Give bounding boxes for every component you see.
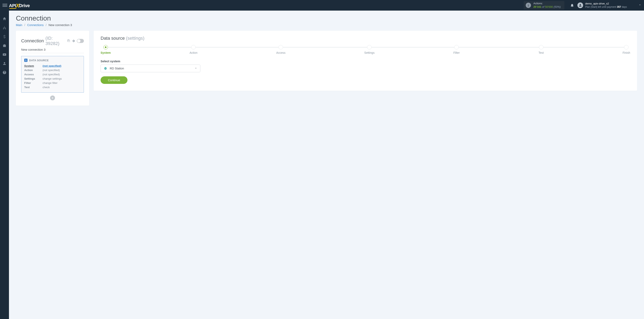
page-title: Connection [16, 14, 637, 22]
youtube-icon [2, 52, 6, 56]
sidebar-account[interactable] [2, 61, 7, 66]
actions-total: 50'000 [545, 5, 553, 8]
step-filter[interactable]: Filter [454, 45, 460, 54]
username: demo_apix-drive_s2 [585, 2, 627, 6]
add-block-button[interactable]: + [50, 96, 55, 100]
ds-row-settings[interactable]: Settings change settings [24, 77, 81, 81]
actions-pct: (50%) [554, 5, 561, 8]
select-system-label: Select system [100, 60, 630, 63]
continue-button[interactable]: Continue [100, 76, 128, 84]
data-source-badge: 1 [24, 59, 28, 62]
connection-name: New connection 3 [21, 48, 84, 53]
breadcrumb-main[interactable]: Main [16, 24, 22, 27]
ds-row-access[interactable]: Access (not specified) [24, 72, 81, 77]
right-subtitle: (settings) [126, 36, 144, 41]
dollar-icon [2, 34, 6, 39]
sidebar-connections[interactable] [2, 25, 7, 30]
svg-rect-1 [105, 67, 106, 68]
breadcrumb-current: New connection 3 [48, 24, 72, 27]
step-test[interactable]: Test [538, 45, 544, 54]
user-icon [2, 62, 6, 66]
sidebar-video[interactable] [2, 52, 7, 57]
bell-icon [570, 3, 574, 7]
connection-heading: Connection [21, 38, 44, 44]
actions-used: 25'161 [534, 5, 542, 8]
chevron-down-icon [194, 67, 197, 70]
actions-of: of [542, 5, 544, 8]
connection-id: (ID: 39282) [46, 36, 65, 46]
copy-icon[interactable] [67, 39, 70, 43]
step-finish[interactable]: Finish [622, 45, 630, 54]
step-system[interactable]: System [100, 45, 111, 54]
step-settings[interactable]: Settings [364, 45, 375, 54]
data-source-box: 1 DATA SOURCE System (not specified) Act… [21, 56, 84, 93]
chevron-down-icon [638, 3, 642, 7]
connection-enable-toggle[interactable] [77, 39, 84, 43]
home-icon [2, 17, 6, 21]
svg-rect-2 [105, 69, 106, 70]
gear-icon[interactable] [72, 39, 75, 43]
actions-counter[interactable]: i Actions: 25'161 of 50'000 (50%) [524, 1, 564, 10]
ds-row-test[interactable]: Test check [24, 85, 81, 90]
avatar-icon [578, 2, 583, 8]
question-icon [2, 70, 6, 74]
plan-line: Plan |Start| left until payment 357 days [585, 6, 627, 9]
actions-label: Actions: [534, 2, 561, 5]
steps: System Action Access Settings Filter Tes… [100, 45, 630, 54]
data-source-title: DATA SOURCE [29, 59, 49, 62]
sidebar-help[interactable] [2, 70, 7, 75]
logo[interactable]: APIXDrive [9, 2, 30, 9]
topbar: APIXDrive i Actions: 25'161 of 50'000 (5… [0, 0, 644, 10]
ds-row-action[interactable]: Action (not specified) [24, 68, 81, 72]
connection-panel: Connection (ID: 39282) New connection 3 … [16, 31, 89, 106]
breadcrumb: Main / Connections / New connection 3 [16, 24, 637, 27]
ds-row-filter[interactable]: Filter change filter [24, 81, 81, 85]
sidebar-billing[interactable] [2, 34, 7, 39]
ds-row-system[interactable]: System (not specified) [24, 64, 81, 68]
sitemap-icon [2, 26, 6, 30]
step-action[interactable]: Action [190, 45, 198, 54]
svg-rect-0 [104, 68, 107, 69]
step-access[interactable]: Access [276, 45, 286, 54]
sidebar-home[interactable] [2, 16, 7, 21]
data-source-settings-panel: Data source (settings) System Action Acc… [94, 31, 637, 91]
system-select[interactable]: RD Station [100, 64, 200, 72]
system-select-value: RD Station [110, 67, 124, 70]
sidebar-briefcase[interactable] [2, 43, 7, 48]
info-icon: i [526, 3, 531, 8]
rd-station-icon [104, 66, 107, 70]
sidebar [0, 10, 9, 319]
user-menu[interactable]: demo_apix-drive_s2 Plan |Start| left unt… [578, 2, 642, 8]
notifications-button[interactable] [568, 3, 576, 7]
menu-toggle[interactable] [2, 3, 7, 8]
briefcase-icon [2, 44, 6, 48]
breadcrumb-connections[interactable]: Connections [27, 24, 44, 27]
right-title: Data source [100, 36, 125, 41]
